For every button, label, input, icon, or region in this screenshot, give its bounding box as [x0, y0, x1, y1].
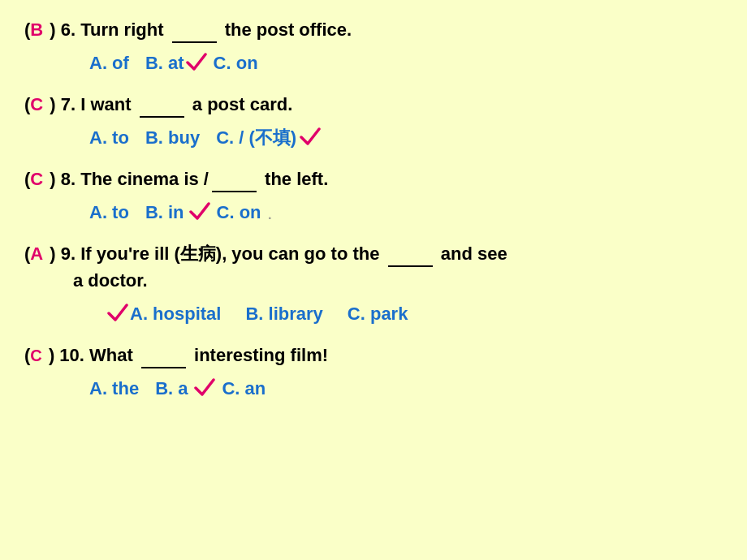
question-7: (C ) 7. I want a post card. A. to B. buy… — [24, 91, 723, 151]
question-10: ( C ) 10. What interesting film! A. the … — [24, 342, 723, 402]
question-7-text: (C ) 7. I want a post card. — [24, 91, 723, 118]
answer-6: B — [30, 16, 43, 43]
question-9: (A ) 9. If you're ill (生病), you can go t… — [24, 240, 723, 327]
question-6-text: (B ) 6. Turn right the post office. — [24, 16, 723, 43]
options-9: A. hospital B. library C. park — [24, 297, 723, 327]
check-10 — [192, 375, 215, 398]
question-8-text: (C ) 8. The cinema is / the left. — [24, 166, 723, 192]
answer-10: C — [30, 343, 41, 368]
options-8: A. to B. in C. on 。 — [24, 196, 723, 226]
check-8 — [188, 199, 210, 222]
answer-8: C — [30, 166, 43, 192]
options-6: A. of B. at C. on — [24, 46, 723, 76]
question-8: (C ) 8. The cinema is / the left. A. to … — [24, 166, 723, 226]
question-10-text: ( C ) 10. What interesting film! — [24, 342, 723, 368]
options-10: A. the B. a C. an — [24, 372, 723, 402]
check-7 — [298, 124, 321, 147]
question-9-text: (A ) 9. If you're ill (生病), you can go t… — [24, 240, 723, 267]
worksheet-page: (B ) 6. Turn right the post office. A. o… — [0, 0, 747, 560]
answer-7: C — [30, 91, 43, 118]
options-7: A. to B. buy C. / (不填) — [24, 121, 723, 151]
question-6: (B ) 6. Turn right the post office. A. o… — [24, 16, 723, 76]
check-6 — [184, 50, 207, 72]
check-9 — [106, 300, 128, 323]
answer-9: A — [30, 240, 43, 267]
